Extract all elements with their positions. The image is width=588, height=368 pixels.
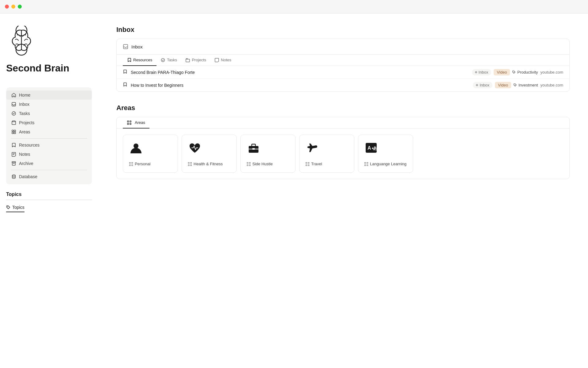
heart-pulse-icon xyxy=(188,141,230,157)
inbox-header-icon xyxy=(123,44,128,49)
left-panel: Second Brain Home xyxy=(0,13,98,368)
logo-area: Second Brain xyxy=(6,13,92,87)
tab-resources-label: Resources xyxy=(133,58,152,62)
svg-rect-44 xyxy=(367,165,368,166)
svg-rect-23 xyxy=(188,162,190,163)
area-card-language[interactable]: A ✦ あ Languange Learning xyxy=(358,135,413,173)
tag-type-1: Video xyxy=(494,69,510,75)
svg-rect-22 xyxy=(132,165,133,166)
svg-rect-12 xyxy=(123,44,128,49)
tab-check-icon xyxy=(161,58,165,62)
sidebar-label-home: Home xyxy=(19,93,30,98)
svg-rect-29 xyxy=(247,162,248,163)
tag-source-1: youtube.com xyxy=(541,70,563,75)
tab-resources[interactable]: Resources xyxy=(123,55,156,66)
sidebar-item-tasks[interactable]: Tasks xyxy=(6,109,92,118)
row-title-1: Second Brain PARA-Thiago Forte xyxy=(131,70,468,75)
inbox-heading: Inbox xyxy=(116,26,570,34)
row-bookmark-icon-2 xyxy=(123,82,127,88)
table-row[interactable]: Second Brain PARA-Thiago Forte Inbox Vid… xyxy=(117,66,569,79)
cmd-icon-health xyxy=(188,162,192,166)
svg-point-18 xyxy=(134,144,138,148)
svg-rect-43 xyxy=(365,165,366,166)
sidebar-item-database[interactable]: Database xyxy=(6,172,92,181)
area-travel-label: Travel xyxy=(311,162,322,166)
tag-category-2: Investment xyxy=(514,83,538,87)
tag-type-2: Video xyxy=(495,82,511,88)
tag-category-1: Productivity xyxy=(512,70,538,75)
status-dot-1 xyxy=(475,71,477,73)
tab-projects[interactable]: Projects xyxy=(181,55,210,66)
tag-status-1: Inbox xyxy=(472,69,492,75)
status-dot-2 xyxy=(476,84,478,86)
svg-point-13 xyxy=(161,58,165,62)
app-title: Second Brain xyxy=(6,63,69,74)
svg-point-11 xyxy=(7,206,8,207)
row-tags-1: Inbox Video Productivity youtube.com xyxy=(472,69,563,75)
svg-rect-9 xyxy=(12,162,16,163)
svg-rect-15 xyxy=(130,121,131,122)
svg-rect-34 xyxy=(308,162,309,163)
table-row[interactable]: How to Invest for Beginners Inbox Video … xyxy=(117,79,569,91)
area-label-language: Languange Learning xyxy=(364,162,407,166)
area-side-hustle-label: Side Hustle xyxy=(252,162,273,166)
tasks-icon xyxy=(11,111,17,116)
tag-icon-1 xyxy=(512,71,516,74)
inbox-tabs: Resources Tasks Projects xyxy=(117,55,569,66)
area-card-side-hustle[interactable]: Side Hustle xyxy=(240,135,296,173)
svg-rect-25 xyxy=(188,165,190,166)
svg-rect-36 xyxy=(308,165,309,166)
svg-rect-21 xyxy=(130,165,131,166)
home-icon xyxy=(11,92,17,98)
close-button[interactable] xyxy=(5,5,9,9)
inbox-icon xyxy=(11,102,17,107)
sidebar-item-notes[interactable]: Notes xyxy=(6,150,92,159)
area-health-label: Health & Fitness xyxy=(194,162,223,166)
minimize-button[interactable] xyxy=(11,5,15,9)
svg-point-10 xyxy=(12,175,15,176)
sidebar-label-database: Database xyxy=(19,174,37,179)
svg-rect-14 xyxy=(127,121,129,122)
content-area: Inbox Inbox Resources xyxy=(98,13,588,368)
title-bar xyxy=(0,0,588,13)
sidebar-item-areas[interactable]: Areas xyxy=(6,127,92,136)
svg-rect-16 xyxy=(127,123,129,125)
inbox-table-body: Second Brain PARA-Thiago Forte Inbox Vid… xyxy=(117,66,569,91)
tab-areas[interactable]: Areas xyxy=(123,117,149,128)
topics-tab[interactable]: Topics xyxy=(6,203,24,212)
svg-rect-31 xyxy=(247,165,248,166)
svg-rect-32 xyxy=(249,165,251,166)
area-card-personal[interactable]: Personal xyxy=(123,135,178,173)
svg-text:あ: あ xyxy=(373,146,377,151)
topics-section: Topics Topics xyxy=(6,192,92,218)
svg-rect-5 xyxy=(12,130,13,132)
app-layout: Second Brain Home xyxy=(0,13,588,368)
sidebar-item-home[interactable]: Home xyxy=(6,90,92,100)
sidebar-label-notes: Notes xyxy=(19,152,30,157)
topics-tab-label: Topics xyxy=(12,205,24,210)
tab-notes[interactable]: Notes xyxy=(210,55,236,66)
sidebar-item-inbox[interactable]: Inbox xyxy=(6,100,92,109)
areas-panel: Areas xyxy=(116,117,570,179)
svg-rect-19 xyxy=(130,162,131,163)
tag-source-2: youtube.com xyxy=(541,83,563,87)
maximize-button[interactable] xyxy=(18,5,22,9)
cmd-icon-personal xyxy=(129,162,133,166)
svg-rect-30 xyxy=(249,162,251,163)
svg-rect-35 xyxy=(306,165,307,166)
sidebar-item-projects[interactable]: Projects xyxy=(6,118,92,127)
sidebar-label-resources: Resources xyxy=(19,143,40,148)
sidebar-item-archive[interactable]: Archive xyxy=(6,159,92,168)
tag-status-2: Inbox xyxy=(473,82,492,88)
cmd-icon-travel xyxy=(306,162,309,166)
sidebar-item-resources[interactable]: Resources xyxy=(6,140,92,150)
area-card-health[interactable]: Health & Fitness xyxy=(182,135,237,173)
tab-tasks[interactable]: Tasks xyxy=(156,55,181,66)
tab-tasks-label: Tasks xyxy=(167,58,177,62)
cmd-icon-language xyxy=(364,162,368,166)
area-card-travel[interactable]: Travel xyxy=(299,135,354,173)
area-label-personal: Personal xyxy=(129,162,172,166)
svg-rect-24 xyxy=(190,162,192,163)
sidebar-divider-1 xyxy=(11,138,87,139)
areas-heading: Areas xyxy=(116,104,570,112)
